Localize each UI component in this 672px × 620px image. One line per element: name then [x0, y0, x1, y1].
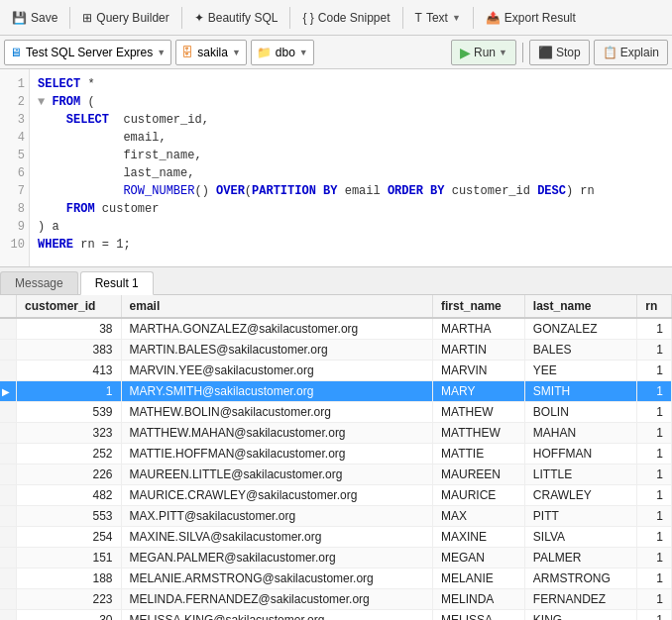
sql-content[interactable]: SELECT *▼ FROM ( SELECT customer_id, ema… — [30, 69, 672, 266]
row-indicator — [0, 318, 17, 340]
run-button[interactable]: ▶ Run ▼ — [451, 40, 516, 65]
cell-first_name: MATTHEW — [433, 423, 525, 444]
save-icon: 💾 — [12, 11, 27, 25]
table-row[interactable]: 252MATTIE.HOFFMAN@sakilacustomer.orgMATT… — [0, 444, 672, 465]
cell-last_name: SMITH — [524, 381, 636, 402]
table-row[interactable]: ▶1MARY.SMITH@sakilacustomer.orgMARYSMITH… — [0, 381, 672, 402]
query-builder-button[interactable]: ⊞ Query Builder — [74, 4, 176, 32]
cell-first_name: MAUREEN — [433, 465, 525, 485]
beautify-button[interactable]: ✦ Beautify SQL — [186, 4, 286, 32]
cell-last_name: CRAWLEY — [524, 485, 636, 506]
line-numbers: 12345678910 — [0, 69, 30, 266]
cell-email: MAXINE.SILVA@sakilacustomer.org — [121, 527, 432, 548]
cell-customer_id: 553 — [17, 506, 122, 527]
sep-1 — [69, 7, 70, 29]
main-toolbar: 💾 Save ⊞ Query Builder ✦ Beautify SQL { … — [0, 0, 672, 36]
row-indicator — [0, 423, 17, 444]
query-builder-icon: ⊞ — [82, 11, 92, 25]
table-row[interactable]: 188MELANIE.ARMSTRONG@sakilacustomer.orgM… — [0, 568, 672, 589]
sql-editor[interactable]: 12345678910 SELECT *▼ FROM ( SELECT cust… — [0, 69, 672, 267]
cell-first_name: MELINDA — [433, 589, 525, 610]
row-indicator — [0, 465, 17, 485]
table-row[interactable]: 254MAXINE.SILVA@sakilacustomer.orgMAXINE… — [0, 527, 672, 548]
table-row[interactable]: 223MELINDA.FERNANDEZ@sakilacustomer.orgM… — [0, 589, 672, 610]
schema-icon: 📁 — [257, 46, 272, 59]
cell-last_name: PALMER — [524, 548, 636, 568]
code-snippet-label: Code Snippet — [318, 11, 391, 25]
tab-message[interactable]: Message — [0, 271, 78, 294]
server-label: Test SQL Server Expres — [26, 46, 153, 59]
save-label: Save — [31, 11, 57, 25]
database-select[interactable]: 🗄 sakila ▼ — [175, 40, 247, 65]
server-dropdown-arrow: ▼ — [157, 48, 166, 57]
row-indicator — [0, 548, 17, 568]
cell-email: MATHEW.BOLIN@sakilacustomer.org — [121, 402, 432, 423]
cell-last_name: FERNANDEZ — [524, 589, 636, 610]
row-indicator — [0, 361, 17, 381]
cell-email: MARVIN.YEE@sakilacustomer.org — [121, 361, 432, 381]
cell-rn: 1 — [637, 527, 672, 548]
table-row[interactable]: 553MAX.PITT@sakilacustomer.orgMAXPITT1 — [0, 506, 672, 527]
text-label: Text — [426, 11, 448, 25]
schema-dropdown-arrow: ▼ — [299, 48, 308, 57]
cell-email: MEGAN.PALMER@sakilacustomer.org — [121, 548, 432, 568]
cell-customer_id: 539 — [17, 402, 122, 423]
save-button[interactable]: 💾 Save — [4, 4, 65, 32]
beautify-label: Beautify SQL — [208, 11, 279, 25]
server-select[interactable]: 🖥 Test SQL Server Expres ▼ — [4, 40, 171, 65]
tabs-bar: MessageResult 1 — [0, 267, 672, 295]
row-indicator — [0, 444, 17, 465]
row-indicator — [0, 402, 17, 423]
row-indicator: ▶ — [0, 381, 17, 402]
text-button[interactable]: T Text ▼ — [407, 4, 469, 32]
schema-label: dbo — [276, 46, 295, 59]
cell-email: MARTHA.GONZALEZ@sakilacustomer.org — [121, 318, 432, 340]
cell-customer_id: 30 — [17, 610, 122, 621]
table-row[interactable]: 226MAUREEN.LITTLE@sakilacustomer.orgMAUR… — [0, 465, 672, 485]
table-row[interactable]: 539MATHEW.BOLIN@sakilacustomer.orgMATHEW… — [0, 402, 672, 423]
table-row[interactable]: 151MEGAN.PALMER@sakilacustomer.orgMEGANP… — [0, 548, 672, 568]
schema-select[interactable]: 📁 dbo ▼ — [251, 40, 314, 65]
cell-email: MAX.PITT@sakilacustomer.org — [121, 506, 432, 527]
cell-customer_id: 223 — [17, 589, 122, 610]
cell-first_name: MEGAN — [433, 548, 525, 568]
text-dropdown-arrow: ▼ — [452, 13, 461, 23]
cell-first_name: MATTIE — [433, 444, 525, 465]
tab-result-1[interactable]: Result 1 — [80, 271, 154, 295]
sep-5 — [473, 7, 474, 29]
cell-email: MAUREEN.LITTLE@sakilacustomer.org — [121, 465, 432, 485]
stop-icon: ⬛ — [538, 46, 553, 59]
cell-last_name: HOFFMAN — [524, 444, 636, 465]
cell-rn: 1 — [637, 506, 672, 527]
table-row[interactable]: 413MARVIN.YEE@sakilacustomer.orgMARVINYE… — [0, 361, 672, 381]
cell-rn: 1 — [637, 485, 672, 506]
sep-3 — [289, 7, 290, 29]
query-builder-label: Query Builder — [96, 11, 168, 25]
database-label: sakila — [197, 46, 228, 59]
explain-button[interactable]: 📋 Explain — [594, 40, 668, 65]
table-row[interactable]: 30MELISSA.KING@sakilacustomer.orgMELISSA… — [0, 610, 672, 621]
cell-email: MATTHEW.MAHAN@sakilacustomer.org — [121, 423, 432, 444]
cell-last_name: ARMSTRONG — [524, 568, 636, 589]
run-dropdown-arrow: ▼ — [499, 48, 507, 57]
row-indicator — [0, 340, 17, 361]
cell-first_name: MARVIN — [433, 361, 525, 381]
col-header-last_name: last_name — [524, 295, 636, 318]
table-row[interactable]: 383MARTIN.BALES@sakilacustomer.orgMARTIN… — [0, 340, 672, 361]
cell-first_name: MAX — [433, 506, 525, 527]
code-snippet-button[interactable]: { } Code Snippet — [294, 4, 397, 32]
results-container[interactable]: customer_idemailfirst_namelast_namern 38… — [0, 295, 672, 620]
table-row[interactable]: 323MATTHEW.MAHAN@sakilacustomer.orgMATTH… — [0, 423, 672, 444]
table-row[interactable]: 38MARTHA.GONZALEZ@sakilacustomer.orgMART… — [0, 318, 672, 340]
export-button[interactable]: 📤 Export Result — [478, 4, 584, 32]
cell-first_name: MELANIE — [433, 568, 525, 589]
cell-rn: 1 — [637, 610, 672, 621]
sep-2 — [181, 7, 182, 29]
explain-label: Explain — [620, 46, 659, 59]
row-indicator — [0, 506, 17, 527]
cell-last_name: PITT — [524, 506, 636, 527]
stop-button[interactable]: ⬛ Stop — [529, 40, 590, 65]
run-icon: ▶ — [460, 45, 471, 60]
cell-first_name: MATHEW — [433, 402, 525, 423]
table-row[interactable]: 482MAURICE.CRAWLEY@sakilacustomer.orgMAU… — [0, 485, 672, 506]
